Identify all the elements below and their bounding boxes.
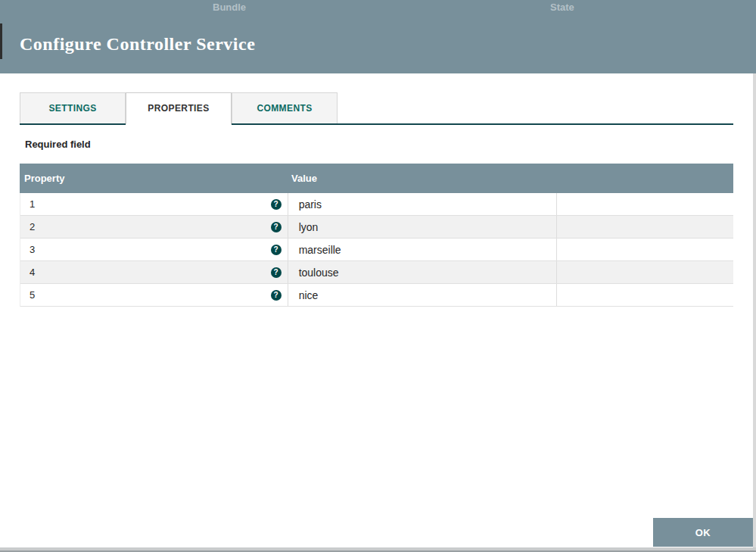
table-row: 1 ? paris (20, 193, 733, 216)
dialog-header: Bundle State Configure Controller Servic… (0, 0, 756, 73)
ok-button[interactable]: OK (653, 518, 753, 547)
tab-properties[interactable]: PROPERTIES (126, 92, 232, 125)
empty-cell (556, 239, 733, 260)
column-header-value: Value (287, 173, 556, 184)
empty-cell (556, 261, 733, 283)
property-name-cell: 4 ? (20, 261, 288, 283)
help-icon[interactable]: ? (271, 267, 282, 278)
property-value-cell[interactable]: nice (288, 284, 557, 306)
backdrop-bottom-strip (0, 547, 756, 552)
property-name-cell: 2 ? (20, 216, 288, 238)
empty-cell (556, 193, 733, 215)
tab-strip: SETTINGS PROPERTIES COMMENTS (20, 92, 733, 125)
table-row: 2 ? lyon (20, 216, 733, 239)
backdrop-artifact (0, 23, 2, 59)
configure-controller-service-dialog: SETTINGS PROPERTIES COMMENTS Required fi… (0, 73, 753, 547)
help-icon[interactable]: ? (271, 199, 282, 210)
property-value-cell[interactable]: toulouse (288, 261, 557, 283)
property-name-cell: 3 ? (20, 239, 288, 260)
bundle-label: Bundle (213, 2, 246, 13)
screen: Bundle State Configure Controller Servic… (0, 0, 756, 552)
property-name-cell: 5 ? (20, 284, 288, 306)
help-icon[interactable]: ? (271, 245, 282, 255)
property-value-cell[interactable]: marseille (288, 239, 557, 260)
dialog-title: Configure Controller Service (20, 34, 255, 55)
empty-cell (556, 216, 733, 238)
empty-cell (556, 284, 733, 306)
tab-settings[interactable]: SETTINGS (20, 92, 126, 123)
properties-table: Property Value 1 ? paris 2 ? (20, 164, 733, 307)
property-value-cell[interactable]: lyon (288, 216, 557, 238)
table-body: 1 ? paris 2 ? lyon 3 (20, 193, 733, 307)
property-value-cell[interactable]: paris (288, 193, 557, 215)
table-row: 5 ? nice (20, 284, 733, 307)
table-row: 3 ? marseille (20, 239, 733, 261)
column-header-property: Property (20, 173, 287, 184)
required-field-label: Required field (25, 139, 753, 150)
backdrop-right-strip (753, 73, 756, 552)
table-header-row: Property Value (20, 164, 733, 193)
table-row: 4 ? toulouse (20, 261, 733, 284)
help-icon[interactable]: ? (271, 290, 282, 301)
state-label: State (550, 2, 574, 13)
tab-comments[interactable]: COMMENTS (232, 92, 338, 123)
help-icon[interactable]: ? (271, 222, 282, 232)
property-name-cell: 1 ? (20, 193, 288, 215)
